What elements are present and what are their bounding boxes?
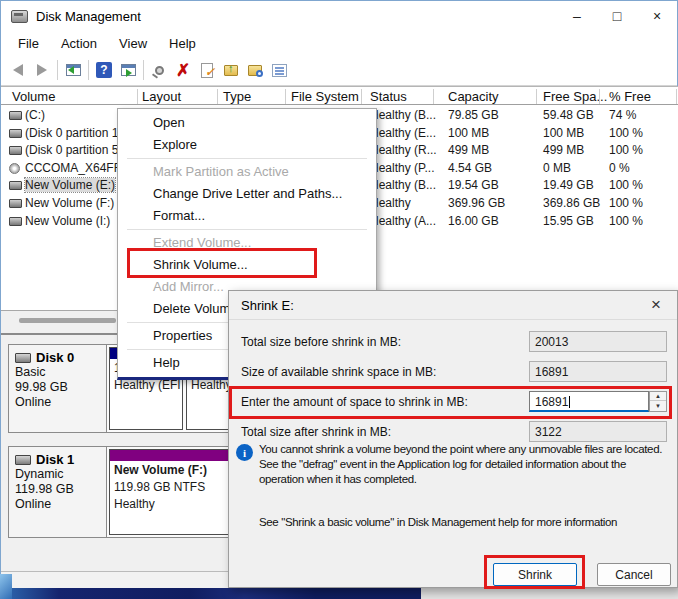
window-controls: – □ × bbox=[557, 1, 677, 31]
annotation-box-shrink-amount bbox=[229, 386, 672, 419]
action-pane-icon[interactable] bbox=[116, 58, 140, 82]
column-separator[interactable] bbox=[361, 89, 362, 104]
volume-name: New Volume (F:) bbox=[25, 196, 114, 210]
column-separator[interactable] bbox=[217, 89, 218, 104]
volume-free-space: 499 MB bbox=[543, 143, 584, 157]
toolbar-separator bbox=[57, 60, 58, 80]
checklist-icon[interactable] bbox=[267, 58, 291, 82]
close-button[interactable]: × bbox=[637, 1, 677, 31]
back-icon[interactable] bbox=[6, 58, 30, 82]
menu-separator bbox=[127, 229, 367, 230]
disk-icon bbox=[15, 455, 31, 465]
column-header-volume[interactable]: Volume bbox=[12, 89, 55, 104]
column-header-layout[interactable]: Layout bbox=[142, 89, 181, 104]
volume-free-space: 59.48 GB bbox=[543, 108, 594, 122]
magnifier-icon[interactable] bbox=[147, 58, 171, 82]
dialog-info-text: operation when it has completed. bbox=[259, 473, 417, 485]
menubar-item-help[interactable]: Help bbox=[158, 33, 207, 54]
volume-drive-icon bbox=[9, 146, 22, 155]
volume-status: Healthy (R... bbox=[370, 143, 437, 157]
volume-status: Healthy (E... bbox=[370, 126, 436, 140]
volume-table-header: VolumeLayoutTypeFile SystemStatusCapacit… bbox=[1, 86, 678, 105]
volume-name: (Disk 0 partition 5) bbox=[25, 143, 122, 157]
volume-status: Healthy (B... bbox=[370, 178, 436, 192]
column-header-free-spa-[interactable]: Free Spa... bbox=[543, 89, 607, 104]
column-separator[interactable] bbox=[536, 89, 537, 104]
annotation-box-shrink-button bbox=[484, 555, 585, 589]
column-header-file-system[interactable]: File System bbox=[291, 89, 359, 104]
column-header-capacity[interactable]: Capacity bbox=[448, 89, 499, 104]
desktop-corner-patch bbox=[0, 574, 12, 599]
volume-drive-icon bbox=[9, 111, 22, 120]
column-header-status[interactable]: Status bbox=[370, 89, 407, 104]
forward-icon[interactable] bbox=[30, 58, 54, 82]
column-separator[interactable] bbox=[599, 89, 600, 104]
menu-separator bbox=[127, 158, 367, 159]
taskbar-gradient bbox=[0, 588, 421, 599]
check-document-icon[interactable]: ✓ bbox=[195, 58, 219, 82]
column-header--free[interactable]: % Free bbox=[609, 89, 651, 104]
dialog-info-text: You cannot shrink a volume beyond the po… bbox=[259, 443, 662, 455]
volume-status: Healthy (A... bbox=[370, 214, 436, 228]
cancel-button[interactable]: Cancel bbox=[597, 563, 671, 586]
volume-capacity: 19.54 GB bbox=[448, 178, 499, 192]
dialog-help-text: See "Shrink a basic volume" in Disk Mana… bbox=[259, 516, 617, 528]
menubar-item-action[interactable]: Action bbox=[50, 33, 108, 54]
context-menu-item-open[interactable]: Open bbox=[118, 112, 376, 134]
volume-drive-icon bbox=[9, 199, 22, 208]
disk-type: Dynamic bbox=[15, 467, 100, 482]
folder-up-icon[interactable]: ↑ bbox=[219, 58, 243, 82]
volume-pct-free: 100 % bbox=[609, 214, 643, 228]
cd-drive-icon bbox=[9, 163, 20, 174]
toolbar-separator bbox=[88, 60, 89, 80]
disk-type: Basic bbox=[15, 365, 100, 380]
dialog-info-text: See the "defrag" event in the Applicatio… bbox=[259, 458, 626, 470]
volume-pct-free: 100 % bbox=[609, 143, 643, 157]
column-header-type[interactable]: Type bbox=[223, 89, 251, 104]
volume-pct-free: 74 % bbox=[609, 108, 636, 122]
taskbar-strip bbox=[0, 588, 678, 599]
toolbar-separator bbox=[143, 60, 144, 80]
context-menu-item-explore[interactable]: Explore bbox=[118, 134, 376, 156]
volume-pct-free: 100 % bbox=[609, 178, 643, 192]
volume-capacity: 499 MB bbox=[448, 143, 489, 157]
dialog-field-label: Size of available shrink space in MB: bbox=[241, 365, 436, 379]
volume-drive-icon bbox=[9, 129, 22, 138]
column-separator[interactable] bbox=[676, 89, 677, 104]
readonly-field: 20013 bbox=[529, 331, 667, 352]
disk-info-panel[interactable]: Disk 1Dynamic119.98 GBOnline bbox=[9, 447, 107, 537]
volume-capacity: 4.54 GB bbox=[448, 161, 492, 175]
volume-capacity: 16.00 GB bbox=[448, 214, 499, 228]
context-menu-item-mark-partition-as-active: Mark Partition as Active bbox=[118, 161, 376, 183]
disk-size: 119.98 GB bbox=[15, 482, 100, 497]
console-tree-icon[interactable] bbox=[61, 58, 85, 82]
volume-capacity: 79.85 GB bbox=[448, 108, 499, 122]
delete-x-icon[interactable]: ✗ bbox=[171, 58, 195, 82]
disk-status: Online bbox=[15, 497, 100, 512]
minimize-button[interactable]: – bbox=[557, 1, 597, 31]
maximize-button[interactable]: □ bbox=[597, 1, 637, 31]
dialog-close-icon[interactable]: × bbox=[645, 295, 667, 315]
volume-drive-icon bbox=[9, 217, 22, 226]
column-separator[interactable] bbox=[433, 89, 434, 104]
disk-info-panel[interactable]: Disk 0Basic99.98 GBOnline bbox=[9, 345, 107, 432]
volume-name: CCCOMA_X64FRE bbox=[25, 161, 130, 175]
context-menu-item-format[interactable]: Format... bbox=[118, 205, 376, 227]
help-icon[interactable]: ? bbox=[92, 58, 116, 82]
shrink-dialog: Shrink E: × Total size before shrink in … bbox=[228, 290, 678, 588]
volume-capacity: 100 MB bbox=[448, 126, 489, 140]
disk-icon bbox=[15, 353, 31, 363]
dialog-title-divider bbox=[229, 319, 677, 320]
screen: Disk Management – □ × FileActionViewHelp… bbox=[0, 0, 678, 599]
column-separator[interactable] bbox=[285, 89, 286, 104]
horizontal-scrollbar-thumb[interactable] bbox=[19, 318, 116, 323]
menubar-item-file[interactable]: File bbox=[7, 33, 50, 54]
context-menu-item-change-drive-letter-and-paths[interactable]: Change Drive Letter and Paths... bbox=[118, 183, 376, 205]
volume-free-space: 19.49 GB bbox=[543, 178, 594, 192]
volume-free-space: 100 MB bbox=[543, 126, 584, 140]
menubar-item-view[interactable]: View bbox=[108, 33, 158, 54]
column-separator[interactable] bbox=[137, 89, 138, 104]
volume-free-space: 369.86 GB bbox=[543, 196, 600, 210]
folder-search-icon[interactable] bbox=[243, 58, 267, 82]
info-icon: i bbox=[236, 444, 253, 461]
